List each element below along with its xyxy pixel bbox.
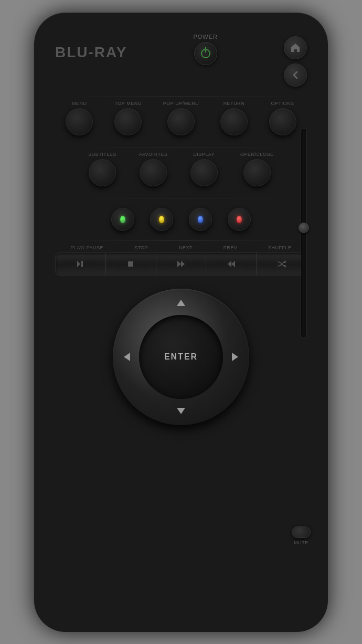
svg-marker-3 <box>177 261 181 267</box>
display-button[interactable] <box>190 159 218 186</box>
favorites-group: FAVORITES <box>139 152 167 186</box>
svg-marker-4 <box>181 261 185 267</box>
options-label: OPTIONS <box>271 101 294 106</box>
color-btn-blue[interactable] <box>189 208 212 231</box>
svg-rect-2 <box>128 261 133 267</box>
next-button[interactable] <box>156 253 207 275</box>
blue-indicator <box>198 216 203 223</box>
play-pause-label: PLAY/ PAUSE <box>70 245 103 250</box>
yellow-indicator <box>159 216 164 223</box>
dpad-left-button[interactable] <box>114 344 140 370</box>
open-close-group: OPEN/CLOSE <box>240 152 274 186</box>
color-btn-green[interactable] <box>111 208 134 231</box>
dpad-right-button[interactable] <box>222 344 248 370</box>
dpad-section: ENTER <box>50 289 312 425</box>
display-group: DISPLAY <box>190 152 218 186</box>
row2-section: SUBTITLES FAVORITES DISPLAY OPEN/CLOSE <box>50 152 312 189</box>
home-button[interactable] <box>284 36 307 59</box>
row2-buttons: SUBTITLES FAVORITES DISPLAY OPEN/CLOSE <box>55 152 307 186</box>
color-btn-red[interactable] <box>228 208 251 231</box>
return-label: RETURN <box>223 101 245 106</box>
menu-button[interactable] <box>66 108 93 135</box>
transport-labels-row: PLAY/ PAUSE STOP NEXT PREV SHUFFLE <box>55 245 307 250</box>
options-group: OPTIONS <box>269 101 296 135</box>
subtitles-group: SUBTITLES <box>88 152 116 186</box>
mute-container: MUTE <box>292 526 311 545</box>
top-menu-group: TOP MENU <box>114 101 142 135</box>
divider-4 <box>63 240 299 241</box>
stop-label: STOP <box>134 245 148 250</box>
svg-marker-0 <box>77 261 80 267</box>
top-menu-label: TOP MENU <box>114 101 141 106</box>
options-button[interactable] <box>269 108 296 135</box>
back-button[interactable] <box>284 64 307 87</box>
subtitles-label: SUBTITLES <box>88 152 116 157</box>
favorites-label: FAVORITES <box>139 152 167 157</box>
svg-marker-9 <box>124 353 130 361</box>
enter-button[interactable]: ENTER <box>139 315 223 399</box>
prev-label: PREV <box>223 245 238 250</box>
dpad-down-button[interactable] <box>168 398 194 424</box>
prev-button[interactable] <box>206 253 257 275</box>
svg-marker-7 <box>177 300 185 306</box>
favorites-button[interactable] <box>140 159 167 186</box>
play-pause-button[interactable] <box>56 253 106 275</box>
open-close-button[interactable] <box>243 159 271 186</box>
shuffle-button[interactable] <box>257 253 306 275</box>
popup-menu-label: POP UP/MENU <box>163 101 199 106</box>
color-buttons-row <box>111 208 251 231</box>
menu-group: MENU <box>66 101 93 135</box>
svg-rect-1 <box>81 261 83 267</box>
divider-1 <box>63 96 299 97</box>
mute-button[interactable] <box>292 526 311 538</box>
color-btn-yellow[interactable] <box>150 208 173 231</box>
power-container: POWER <box>193 34 218 65</box>
open-close-label: OPEN/CLOSE <box>240 152 274 157</box>
mute-label: MUTE <box>294 540 308 545</box>
transport-section: PLAY/ PAUSE STOP NEXT PREV SHUFFLE <box>50 245 312 276</box>
volume-slider-thumb[interactable] <box>299 223 309 233</box>
divider-2 <box>63 147 299 147</box>
power-icon <box>201 49 210 58</box>
popup-menu-group: POP UP/MENU <box>163 101 199 135</box>
subtitles-button[interactable] <box>89 159 116 186</box>
top-menu-button[interactable] <box>114 108 142 135</box>
volume-slider-track[interactable] <box>301 128 307 338</box>
shuffle-label: SHUFFLE <box>268 245 292 250</box>
dpad-outer: ENTER <box>113 289 249 425</box>
row1-section: MENU TOP MENU POP UP/MENU RETURN OPTIONS <box>50 101 312 139</box>
dpad-up-button[interactable] <box>168 290 194 316</box>
remote-control: BLU-RAY POWER <box>34 13 328 632</box>
display-label: DISPLAY <box>193 152 215 157</box>
top-section: BLU-RAY POWER <box>50 28 312 87</box>
popup-menu-button[interactable] <box>167 108 195 135</box>
menu-label: MENU <box>72 101 87 106</box>
svg-marker-6 <box>228 261 231 267</box>
return-group: RETURN <box>220 101 248 135</box>
red-indicator <box>237 216 242 223</box>
green-indicator <box>120 216 125 223</box>
side-buttons <box>284 34 307 87</box>
divider-3 <box>63 198 299 198</box>
enter-label: ENTER <box>164 352 198 362</box>
power-label: POWER <box>193 34 218 40</box>
svg-marker-10 <box>232 353 238 361</box>
stop-button[interactable] <box>106 253 156 275</box>
transport-bar <box>55 252 307 276</box>
row1-buttons: MENU TOP MENU POP UP/MENU RETURN OPTIONS <box>55 101 307 135</box>
power-button[interactable] <box>194 42 217 65</box>
svg-marker-5 <box>231 261 235 267</box>
svg-marker-8 <box>177 408 185 414</box>
brand-label: BLU-RAY <box>55 34 127 61</box>
return-button[interactable] <box>220 108 248 135</box>
next-label: NEXT <box>179 245 193 250</box>
